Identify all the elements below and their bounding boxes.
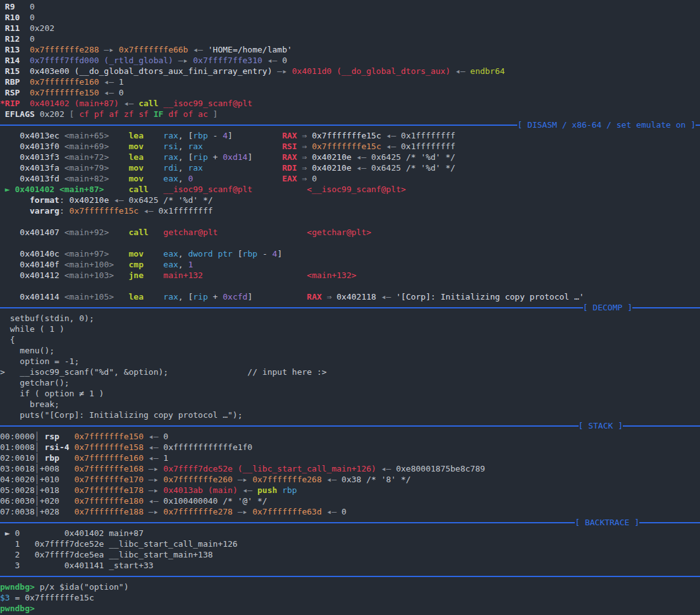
section-title: [ DECOMP ] (583, 302, 632, 313)
disasm-line: 0x40140f <main+100> cmp eax, 1 (0, 259, 700, 270)
blank-line (0, 281, 700, 291)
decomp-line: { (0, 334, 700, 345)
disasm-line: 0x40140c <main+97> mov eax, dword ptr [r… (0, 248, 700, 259)
blank-line (0, 216, 700, 227)
reg-rsp: RSP 0x7fffffffe150 ◂— 0 (0, 87, 700, 98)
section-title: [ DISASM / x86-64 / set emulate on ] (517, 119, 696, 130)
decomp-line: while ( 1 ) (0, 324, 700, 334)
backtrace-frame: 1 0x7ffff7dce52e __libc_start_call_main+… (0, 539, 700, 549)
stack-header: [ STACK ] (0, 420, 700, 431)
section-title: [ STACK ] (579, 420, 623, 431)
reg-r15: R15 0x403e00 (__do_global_dtors_aux_fini… (0, 66, 700, 76)
stack-row: 07:0038│+028 0x7fffffffe188 —▸ 0x7ffffff… (0, 506, 700, 517)
backtrace-frame: 2 0x7ffff7dce5ea __libc_start_main+138 (0, 549, 700, 560)
decomp-line: option = -1; (0, 356, 700, 367)
prompt-line: pwndbg> (0, 603, 700, 614)
stack-row: 06:0030│+020 0x7fffffffe180 ◂— 0x1004000… (0, 496, 700, 506)
disasm-line: 0x4013fd <main+82> mov eax, 0 EAX ⇒ 0 (0, 173, 700, 184)
decomp-line: break; (0, 399, 700, 410)
disasm-arg-vararg: vararg: 0x7fffffffe15c ◂— 0x1ffffffff (0, 205, 700, 216)
reg-r12: R12 0 (0, 33, 700, 44)
disasm-line: 0x4013ec <main+65> lea rax, [rbp - 4] RA… (0, 130, 700, 141)
decomp-header: [ DECOMP ] (0, 302, 700, 313)
disasm-arg-format: format: 0x40210e ◂— 0x6425 /* '%d' */ (0, 195, 700, 205)
stack-row: 01:0008│ rsi-4 0x7fffffffe158 ◂— 0xfffff… (0, 442, 700, 453)
disasm-line: 0x401407 <main+92> call getchar@plt <get… (0, 227, 700, 238)
stack-row: 02:0010│ rbp 0x7fffffffe160 ◂— 1 (0, 453, 700, 463)
bottom-separator (0, 571, 700, 582)
stack-row: 05:0028│+018 0x7fffffffe178 —▸ 0x4013ab … (0, 485, 700, 496)
disasm-line: 0x4013f0 <main+69> mov rsi, rax RSI ⇒ 0x… (0, 141, 700, 152)
decomp-line: getchar(); (0, 377, 700, 388)
backtrace-frame: 3 0x401141 _start+33 (0, 560, 700, 571)
reg-r9: R9 0 (0, 1, 700, 12)
disasm-line: 0x401414 <main+105> lea rax, [rip + 0xcf… (0, 291, 700, 302)
disasm-line: 0x4013f3 <main+72> lea rax, [rip + 0xd14… (0, 152, 700, 162)
section-title: [ BACKTRACE ] (575, 517, 639, 528)
stack-row: 04:0020│+010 0x7fffffffe170 —▸ 0x7ffffff… (0, 474, 700, 485)
stack-row: 00:0000│ rsp 0x7fffffffe150 ◂— 0 (0, 431, 700, 442)
decomp-line: puts("[Corp]: Initializing copy protocol… (0, 410, 700, 420)
disasm-line-current: ► 0x401402 <main+87> call __isoc99_scanf… (0, 184, 700, 195)
command-line: pwndbg> p/x $ida("option") (0, 582, 700, 592)
stack-row: 03:0018│+008 0x7fffffffe168 —▸ 0x7ffff7d… (0, 463, 700, 474)
disasm-line: 0x401412 <main+103> jne main+132 <main+1… (0, 270, 700, 281)
command-output: $3 = 0x7fffffffe15c (0, 592, 700, 603)
decomp-line: menu(); (0, 345, 700, 356)
disasm-header: [ DISASM / x86-64 / set emulate on ] (0, 119, 700, 130)
reg-rip: *RIP 0x401402 (main+87) ◂— call __isoc99… (0, 98, 700, 109)
reg-eflags: EFLAGS 0x202 [ cf pf af zf sf IF df of a… (0, 109, 700, 119)
backtrace-frame-current: ► 0 0x401402 main+87 (0, 528, 700, 539)
disasm-line: 0x4013fa <main+79> mov rdi, rax RDI ⇒ 0x… (0, 162, 700, 173)
terminal[interactable]: R9 0 R10 0 R11 0x202 R12 0 R13 0x7ffffff… (0, 0, 700, 614)
decomp-line: setbuf(stdin, 0); (0, 313, 700, 324)
reg-r11: R11 0x202 (0, 23, 700, 33)
blank-line (0, 238, 700, 248)
decomp-line: if ( option ≠ 1 ) (0, 388, 700, 399)
reg-r14: R14 0x7ffff7ffd000 (_rtld_global) —▸ 0x7… (0, 55, 700, 66)
reg-rbp: RBP 0x7fffffffe160 ◂— 1 (0, 76, 700, 87)
decomp-line-current: > __isoc99_scanf("%d", &option); // inpu… (0, 367, 700, 377)
reg-r13: R13 0x7fffffffe288 —▸ 0x7fffffffe66b ◂— … (0, 44, 700, 55)
backtrace-header: [ BACKTRACE ] (0, 517, 700, 528)
reg-r10: R10 0 (0, 12, 700, 23)
